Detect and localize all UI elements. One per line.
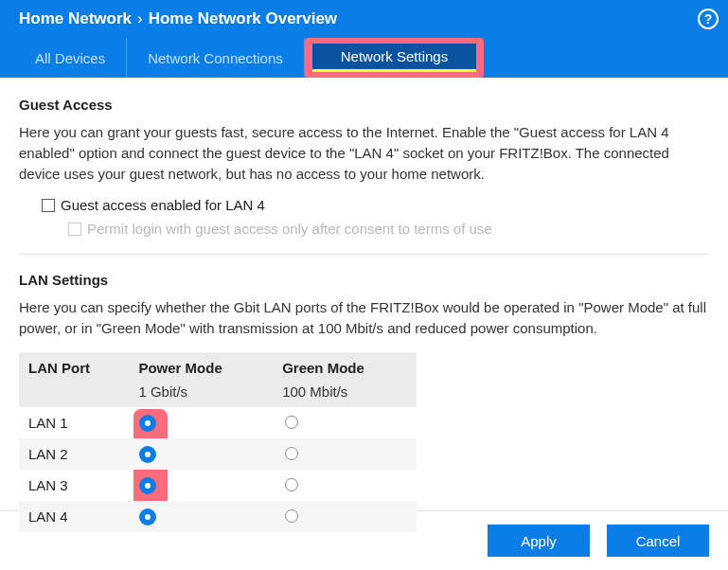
header: Home Network › Home Network Overview ?: [0, 0, 728, 38]
tablist: All Devices Network Connections Network …: [0, 38, 728, 78]
tab-all-devices[interactable]: All Devices: [14, 38, 127, 78]
lan-port-name: LAN 4: [19, 501, 129, 532]
tab-active-highlight: Network Settings: [305, 38, 484, 78]
lan1-power-radio[interactable]: [139, 415, 156, 432]
subheader-green: 100 Mbit/s: [273, 383, 417, 407]
breadcrumb: Home Network › Home Network Overview: [19, 9, 698, 28]
guest-access-lan4-label: Guest access enabled for LAN 4: [61, 197, 265, 213]
subheader-power: 1 Gbit/s: [129, 383, 273, 407]
chevron-right-icon: ›: [137, 9, 143, 28]
lan1-green-radio[interactable]: [285, 416, 298, 429]
lan4-green-radio[interactable]: [285, 509, 298, 523]
table-row-lan2: LAN 2: [19, 438, 417, 470]
lan-port-name: LAN 2: [19, 438, 129, 470]
lan-ports-table: LAN Port Power Mode Green Mode 1 Gbit/s …: [19, 352, 417, 532]
guest-access-lan4-checkbox[interactable]: [42, 199, 55, 212]
col-header-power-mode: Power Mode: [129, 352, 273, 383]
lan2-green-radio[interactable]: [285, 447, 298, 460]
guest-consent-row: Permit login with guest access only afte…: [68, 221, 709, 237]
lan-port-name: LAN 3: [19, 470, 129, 501]
divider: [19, 254, 709, 255]
breadcrumb-leaf: Home Network Overview: [149, 9, 337, 28]
tab-network-settings[interactable]: Network Settings: [312, 44, 476, 72]
content: Guest Access Here you can grant your gue…: [0, 78, 728, 554]
table-row-lan3: LAN 3: [19, 470, 417, 501]
guest-consent-checkbox: [68, 223, 81, 236]
lan-settings-description: Here you can specify whether the Gbit LA…: [19, 297, 709, 339]
lan3-power-radio[interactable]: [139, 477, 156, 494]
apply-button[interactable]: Apply: [488, 525, 590, 557]
tab-network-connections[interactable]: Network Connections: [127, 38, 305, 78]
col-header-green-mode: Green Mode: [273, 352, 417, 383]
cancel-button[interactable]: Cancel: [607, 525, 709, 557]
section-title-guest-access: Guest Access: [19, 97, 709, 113]
table-row-lan4: LAN 4: [19, 501, 417, 532]
section-title-lan-settings: LAN Settings: [19, 272, 709, 288]
lan3-green-radio[interactable]: [285, 478, 298, 491]
lan-port-name: LAN 1: [19, 407, 129, 438]
guest-access-description: Here you can grant your guests fast, sec…: [19, 122, 709, 184]
guest-consent-label: Permit login with guest access only afte…: [87, 221, 492, 237]
help-icon[interactable]: ?: [698, 9, 719, 29]
col-header-port: LAN Port: [19, 352, 129, 383]
lan2-power-radio[interactable]: [139, 446, 156, 463]
breadcrumb-root[interactable]: Home Network: [19, 9, 132, 28]
lan4-power-radio[interactable]: [139, 508, 156, 525]
guest-access-lan4-row: Guest access enabled for LAN 4: [42, 197, 709, 213]
table-row-lan1: LAN 1: [19, 407, 417, 438]
